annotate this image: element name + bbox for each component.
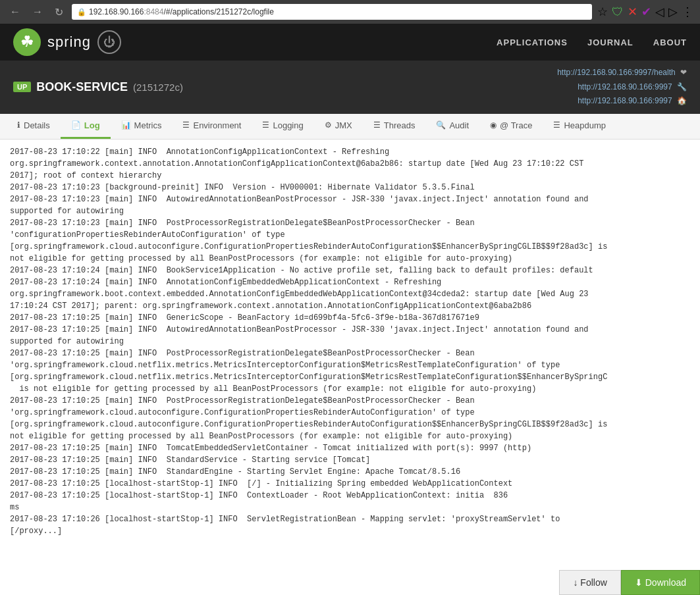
tab-bar: ℹ Details 📄 Log 📊 Metrics ☰ Environment …	[0, 114, 700, 140]
jmx-icon: ⚙	[325, 120, 332, 130]
nav-applications[interactable]: APPLICATIONS	[497, 38, 568, 47]
service-name: BOOK-SERVICE	[36, 80, 128, 94]
star-icon[interactable]: ☆	[597, 5, 608, 19]
menu-icon[interactable]: ⋮	[682, 5, 693, 19]
tab-threads[interactable]: ☰ Threads	[363, 114, 426, 139]
service-id: (2151272c)	[133, 82, 183, 93]
trace-icon: ◉	[490, 120, 497, 130]
tab-heapdump[interactable]: ☰ Heapdump	[543, 114, 616, 139]
browser-icons: ☆ 🛡 ✕ ✔ ◁ ▷ ⋮	[597, 5, 693, 19]
app-header: ☘ spring ⏻ APPLICATIONS JOURNAL ABOUT	[0, 24, 700, 61]
url-path: /#/applications/2151272c/logfile	[163, 7, 273, 16]
home-link[interactable]: http://192.168.90.166:9997 🏠	[557, 94, 687, 109]
health-icon: ❤	[680, 68, 687, 77]
close-icon: ✕	[628, 5, 637, 19]
address-bar[interactable]: 🔒 192.168.90.166:8484/#/applications/215…	[72, 4, 592, 20]
lock-icon: 🔒	[77, 8, 86, 16]
check-icon: ✔	[641, 5, 651, 19]
forward-button[interactable]: →	[29, 5, 46, 19]
tab-metrics[interactable]: 📊 Metrics	[111, 114, 173, 139]
tab-logging[interactable]: ☰ Logging	[252, 114, 313, 139]
app-logo: ☘ spring ⏻	[13, 28, 121, 56]
url-base: 192.168.90.166	[89, 7, 144, 16]
home-icon: 🏠	[677, 96, 687, 105]
nav-icon1[interactable]: ◁	[655, 5, 664, 19]
health-link[interactable]: http://192.168.90.166:9997/health ❤	[557, 66, 687, 80]
service-links: http://192.168.90.166:9997/health ❤ http…	[557, 66, 687, 109]
url-port: :8484	[144, 7, 163, 16]
metrics-icon: 📊	[121, 120, 131, 130]
shield-icon: 🛡	[612, 5, 624, 19]
heapdump-icon: ☰	[553, 120, 560, 130]
power-icon: ⏻	[97, 30, 121, 54]
tab-trace[interactable]: ◉ @ Trace	[479, 114, 543, 139]
threads-icon: ☰	[373, 120, 381, 130]
log-content: 2017-08-23 17:10:22 [main] INFO Annotati…	[10, 146, 690, 537]
service-title: UP BOOK-SERVICE (2151272c)	[13, 80, 183, 94]
details-icon: ℹ	[17, 120, 20, 130]
management-link[interactable]: http://192.168.90.166:9997 🔧	[557, 80, 687, 95]
status-badge: UP	[13, 82, 31, 92]
reload-button[interactable]: ↻	[51, 5, 67, 20]
tab-log[interactable]: 📄 Log	[61, 114, 111, 139]
tab-details[interactable]: ℹ Details	[7, 114, 61, 139]
tab-environment[interactable]: ☰ Environment	[172, 114, 252, 139]
app-name: spring	[47, 34, 91, 51]
spring-logo-icon: ☘	[13, 28, 41, 56]
app-nav: APPLICATIONS JOURNAL ABOUT	[497, 38, 687, 47]
environment-icon: ☰	[182, 120, 190, 130]
tab-audit[interactable]: 🔍 Audit	[425, 114, 479, 139]
audit-icon: 🔍	[436, 120, 446, 130]
log-icon: 📄	[71, 120, 81, 130]
back-button[interactable]: ←	[7, 5, 24, 19]
log-area[interactable]: 2017-08-23 17:10:22 [main] INFO Annotati…	[0, 140, 700, 544]
browser-bar: ← → ↻ 🔒 192.168.90.166:8484/#/applicatio…	[0, 0, 700, 24]
logging-icon: ☰	[262, 120, 269, 130]
service-header: UP BOOK-SERVICE (2151272c) http://192.16…	[0, 61, 700, 114]
nav-about[interactable]: ABOUT	[653, 38, 687, 47]
tab-jmx[interactable]: ⚙ JMX	[314, 114, 363, 139]
wrench-icon: 🔧	[677, 82, 687, 91]
nav-journal[interactable]: JOURNAL	[587, 38, 633, 47]
nav-icon2[interactable]: ▷	[668, 5, 678, 19]
